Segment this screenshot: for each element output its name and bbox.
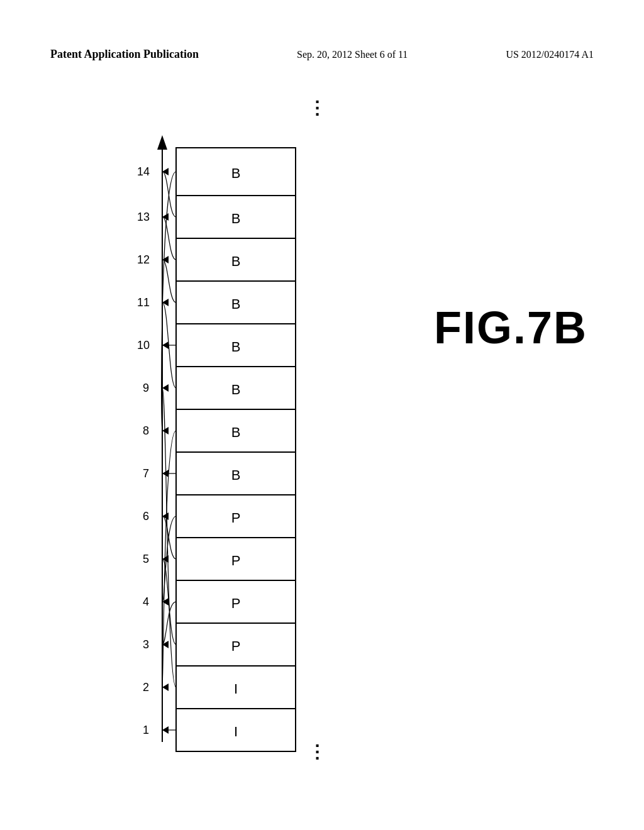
svg-text:B: B — [231, 296, 241, 312]
svg-marker-37 — [162, 598, 169, 606]
svg-rect-27 — [176, 196, 296, 238]
svg-rect-23 — [176, 281, 296, 324]
svg-marker-31 — [162, 726, 169, 734]
svg-text:11: 11 — [137, 296, 150, 309]
svg-marker-1 — [157, 135, 167, 150]
svg-text:4: 4 — [143, 595, 149, 608]
svg-text:P: P — [231, 510, 241, 526]
svg-text:B: B — [231, 467, 241, 483]
svg-text:I: I — [234, 724, 238, 739]
svg-marker-33 — [162, 683, 169, 691]
publication-date: Sep. 20, 2012 Sheet 6 of 11 — [297, 49, 408, 60]
svg-text:1: 1 — [143, 724, 149, 736]
svg-rect-25 — [176, 238, 296, 281]
svg-text:13: 13 — [137, 211, 150, 223]
svg-marker-55 — [162, 213, 169, 221]
svg-text:I: I — [234, 681, 238, 697]
svg-rect-3 — [176, 709, 296, 751]
figure-label: FIG.7B — [434, 302, 587, 353]
svg-rect-17 — [176, 409, 296, 452]
svg-marker-47 — [162, 384, 169, 392]
svg-rect-19 — [176, 367, 296, 409]
svg-rect-7 — [176, 623, 296, 666]
svg-rect-15 — [176, 452, 296, 495]
svg-marker-39 — [162, 555, 169, 563]
svg-marker-51 — [162, 299, 169, 306]
svg-marker-57 — [162, 168, 169, 175]
svg-text:5: 5 — [143, 553, 149, 565]
svg-text:B: B — [231, 382, 241, 397]
svg-text:P: P — [231, 595, 241, 611]
publication-number: US 2012/0240174 A1 — [506, 49, 594, 60]
svg-marker-45 — [162, 427, 169, 434]
svg-text:3: 3 — [143, 638, 149, 651]
svg-text:14: 14 — [137, 165, 150, 178]
svg-text:B: B — [231, 211, 241, 226]
svg-marker-49 — [162, 341, 169, 349]
svg-text:B: B — [231, 339, 241, 355]
svg-text:B: B — [231, 253, 241, 269]
main-diagram: I I P P P P B B B B B B — [63, 113, 428, 773]
svg-rect-21 — [176, 324, 296, 367]
svg-text:12: 12 — [137, 253, 150, 266]
publication-title: Patent Application Publication — [50, 48, 199, 61]
svg-rect-13 — [176, 495, 296, 538]
svg-text:P: P — [231, 638, 241, 654]
svg-rect-2 — [176, 148, 296, 751]
svg-text:10: 10 — [137, 339, 150, 351]
svg-rect-11 — [176, 538, 296, 580]
svg-text:B: B — [231, 165, 241, 181]
svg-text:6: 6 — [143, 510, 149, 523]
svg-marker-35 — [162, 641, 169, 648]
svg-marker-53 — [162, 256, 169, 263]
svg-text:2: 2 — [143, 681, 149, 694]
svg-rect-5 — [176, 666, 296, 709]
svg-text:9: 9 — [143, 382, 149, 394]
svg-text:7: 7 — [143, 467, 149, 480]
svg-text:B: B — [231, 424, 241, 440]
svg-rect-9 — [176, 580, 296, 623]
svg-marker-43 — [162, 470, 169, 477]
svg-text:P: P — [231, 553, 241, 568]
svg-text:8: 8 — [143, 424, 149, 437]
svg-marker-41 — [162, 512, 169, 520]
header: Patent Application Publication Sep. 20, … — [0, 48, 644, 61]
svg-rect-29 — [176, 148, 296, 196]
